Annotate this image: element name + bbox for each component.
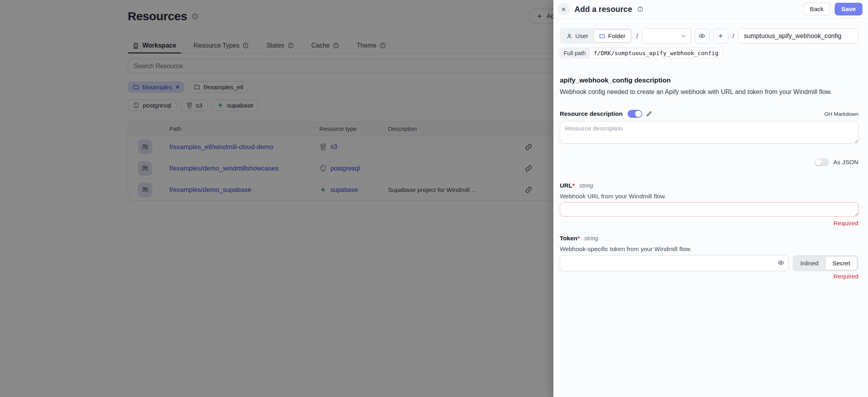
path-separator: / xyxy=(732,32,735,40)
token-required-error: Required xyxy=(560,273,858,280)
token-type: string xyxy=(584,235,598,242)
add-resource-drawer: Add a resource Back Save User Fol xyxy=(553,0,868,397)
back-button[interactable]: Back xyxy=(803,3,830,15)
info-icon xyxy=(637,6,643,12)
full-path-label: Full path xyxy=(560,48,590,58)
markdown-hint: GH Markdown xyxy=(824,111,858,117)
view-members-button[interactable] xyxy=(695,29,710,44)
resource-type-subtext: Webhook config needed to create an Apify… xyxy=(560,88,858,96)
owner-kind-user[interactable]: User xyxy=(561,29,593,42)
close-icon xyxy=(561,6,567,12)
token-input[interactable] xyxy=(560,255,789,271)
required-star: * xyxy=(572,182,575,189)
plus-icon xyxy=(717,33,724,39)
description-textarea[interactable] xyxy=(560,121,858,144)
token-field: Token* string Webhook-specific token fro… xyxy=(560,235,858,280)
as-json-label: As JSON xyxy=(833,159,858,166)
eye-icon xyxy=(699,33,705,39)
owner-kind-toggle: User Folder xyxy=(560,28,632,44)
url-required-error: Required xyxy=(560,220,858,227)
url-field: URL* string Webhook URL from your Windmi… xyxy=(560,182,858,227)
as-json-toggle[interactable] xyxy=(814,158,829,166)
new-folder-button[interactable] xyxy=(713,29,728,44)
resource-path-builder: User Folder / xyxy=(560,28,858,44)
token-secret-option[interactable]: Secret xyxy=(825,256,857,270)
as-json-row: As JSON xyxy=(560,158,858,166)
drawer-header: Add a resource Back Save xyxy=(553,0,868,19)
description-label: Resource description xyxy=(560,110,623,117)
folder-select[interactable] xyxy=(642,28,691,44)
drawer-title: Add a resource xyxy=(574,5,632,14)
token-inlined-option[interactable]: Inlined xyxy=(794,256,826,270)
token-help: Webhook-specific token from your Windmil… xyxy=(560,245,858,253)
resource-type-section: apify_webhook_config description Webhook… xyxy=(560,77,858,96)
url-type: string xyxy=(579,182,593,189)
owner-kind-folder[interactable]: Folder xyxy=(593,29,631,42)
resource-name-input[interactable] xyxy=(738,28,858,44)
token-label: Token xyxy=(560,235,578,242)
folder-icon xyxy=(599,33,605,39)
eye-icon[interactable] xyxy=(778,259,784,266)
pencil-icon[interactable] xyxy=(646,111,652,117)
chevron-down-icon xyxy=(680,33,687,39)
close-button[interactable] xyxy=(557,3,570,15)
resource-type-heading: apify_webhook_config description xyxy=(560,77,858,84)
required-star: * xyxy=(578,235,580,242)
url-help: Webhook URL from your Windmill flow. xyxy=(560,193,858,200)
path-separator: / xyxy=(636,32,639,40)
full-path-value: f/DRK/sumptuous_apify_webhook_config xyxy=(590,48,722,58)
url-input[interactable] xyxy=(560,202,858,217)
url-label: URL xyxy=(560,182,572,189)
save-button[interactable]: Save xyxy=(835,3,862,15)
description-label-row: Resource description GH Markdown xyxy=(560,110,858,118)
drawer-body: User Folder / xyxy=(553,19,868,397)
full-path: Full path f/DRK/sumptuous_apify_webhook_… xyxy=(560,48,723,58)
description-preview-toggle[interactable] xyxy=(628,110,642,118)
user-icon xyxy=(566,33,572,39)
token-storage-toggle: Inlined Secret xyxy=(793,255,859,271)
